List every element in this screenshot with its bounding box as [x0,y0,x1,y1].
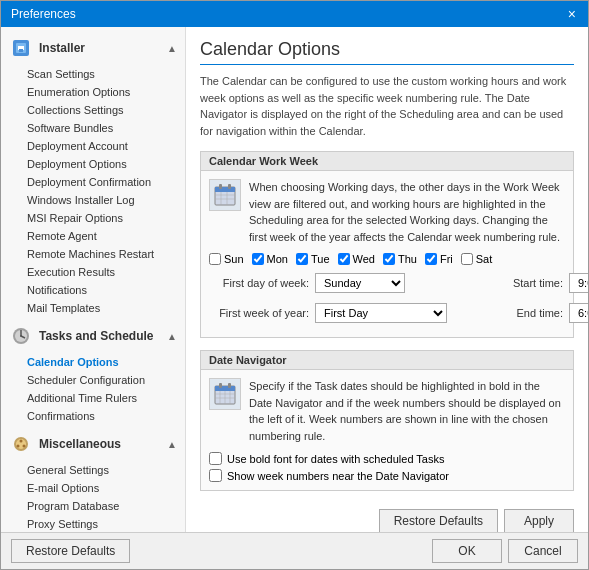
cancel-button[interactable]: Cancel [508,539,578,563]
checkbox-wed-input[interactable] [338,253,350,265]
checkbox-fri[interactable]: Fri [425,253,453,265]
checkbox-tue[interactable]: Tue [296,253,330,265]
svg-rect-20 [219,184,222,189]
date-nav-check2[interactable]: Show week numbers near the Date Navigato… [209,469,565,482]
checkbox-sat-label: Sat [476,253,493,265]
titlebar: Preferences × [1,1,588,27]
calendar-work-week-inner: When choosing Working days, the other da… [209,179,565,245]
sidebar-item-enum-options[interactable]: Enumeration Options [11,83,185,101]
sidebar-item-software-bundles[interactable]: Software Bundles [11,119,185,137]
sidebar-item-msi-repair[interactable]: MSI Repair Options [11,209,185,227]
first-day-row: First day of week: Sunday Monday Tuesday… [209,273,447,293]
sidebar-item-deployment-confirmation[interactable]: Deployment Confirmation [11,173,185,191]
date-navigator-content: Specify if the Task dates should be high… [201,370,573,490]
sidebar-item-mail-templates[interactable]: Mail Templates [11,299,185,317]
checkbox-sun-label: Sun [224,253,244,265]
sidebar-item-proxy-settings[interactable]: Proxy Settings [11,515,185,532]
restore-defaults-footer-button[interactable]: Restore Defaults [11,539,130,563]
sidebar-item-deployment-options[interactable]: Deployment Options [11,155,185,173]
first-week-label: First week of year: [209,307,309,319]
svg-rect-21 [228,184,231,189]
footer-right-buttons: OK Cancel [432,539,578,563]
first-week-select[interactable]: First Day First Full Week First Four-Day… [315,303,447,323]
start-time-label: Start time: [463,277,563,289]
date-nav-check1[interactable]: Use bold font for dates with scheduled T… [209,452,565,465]
tasks-chevron: ▲ [167,331,177,342]
svg-rect-29 [219,383,222,388]
checkbox-sun[interactable]: Sun [209,253,244,265]
sidebar-item-execution-results[interactable]: Execution Results [11,263,185,281]
checkbox-wed-label: Wed [353,253,375,265]
misc-label: Miscellaneous [39,437,121,451]
date-navigator-section: Date Navigator [200,350,574,491]
start-time-select[interactable]: 8:00 AM 8:30 AM 9:00 AM 9:30 AM 10:00 AM [569,273,588,293]
checkbox-wed[interactable]: Wed [338,253,375,265]
date-nav-check2-input[interactable] [209,469,222,482]
svg-rect-3 [19,49,23,52]
sidebar-item-general-settings[interactable]: General Settings [11,461,185,479]
sidebar-installer-header[interactable]: Installer ▲ [1,31,185,65]
sidebar-section-tasks: Tasks and Schedule ▲ Calendar Options Sc… [1,319,185,425]
calendar-work-week-section: Calendar Work Week [200,151,574,338]
checkbox-fri-input[interactable] [425,253,437,265]
checkbox-mon[interactable]: Mon [252,253,288,265]
sidebar-item-time-rulers[interactable]: Additional Time Rulers [11,389,185,407]
sidebar-item-collections[interactable]: Collections Settings [11,101,185,119]
checkbox-thu[interactable]: Thu [383,253,417,265]
svg-point-8 [20,335,22,337]
misc-chevron: ▲ [167,439,177,450]
installer-items: Scan Settings Enumeration Options Collec… [1,65,185,317]
end-time-select[interactable]: 5:00 PM 5:30 PM 6:00 PM 6:30 PM 7:00 PM [569,303,588,323]
restore-defaults-panel-button[interactable]: Restore Defaults [379,509,498,532]
sidebar: Installer ▲ Scan Settings Enumeration Op… [1,27,186,532]
sidebar-item-confirmations[interactable]: Confirmations [11,407,185,425]
sidebar-tasks-header[interactable]: Tasks and Schedule ▲ [1,319,185,353]
first-day-select[interactable]: Sunday Monday Tuesday Wednesday Thursday… [315,273,405,293]
footer-inner: Restore Defaults OK Cancel [11,539,578,563]
misc-icon [9,432,33,456]
sidebar-misc-header[interactable]: Miscellaneous ▲ [1,427,185,461]
sidebar-item-remote-agent[interactable]: Remote Agent [11,227,185,245]
checkbox-sun-input[interactable] [209,253,221,265]
sidebar-item-scan-settings[interactable]: Scan Settings [11,65,185,83]
date-navigator-icon [209,378,241,410]
svg-point-13 [23,445,26,448]
footer-bar: Restore Defaults OK Cancel [1,532,588,569]
checkbox-thu-input[interactable] [383,253,395,265]
sidebar-item-windows-installer-log[interactable]: Windows Installer Log [11,191,185,209]
form-rows-container: First day of week: Sunday Monday Tuesday… [209,273,565,329]
sidebar-item-calendar-options[interactable]: Calendar Options [11,353,185,371]
main-panel: Calendar Options The Calendar can be con… [186,27,588,532]
sidebar-item-program-db[interactable]: Program Database [11,497,185,515]
calendar-work-week-icon [209,179,241,211]
end-time-label: End time: [463,307,563,319]
sidebar-section-installer: Installer ▲ Scan Settings Enumeration Op… [1,31,185,317]
sidebar-item-scheduler-config[interactable]: Scheduler Configuration [11,371,185,389]
sidebar-item-deployment-account[interactable]: Deployment Account [11,137,185,155]
checkbox-thu-label: Thu [398,253,417,265]
apply-button[interactable]: Apply [504,509,574,532]
end-time-row: End time: 5:00 PM 5:30 PM 6:00 PM 6:30 P… [463,303,588,323]
checkbox-mon-input[interactable] [252,253,264,265]
checkbox-mon-label: Mon [267,253,288,265]
checkbox-sat-input[interactable] [461,253,473,265]
content-area: Installer ▲ Scan Settings Enumeration Op… [1,27,588,532]
tasks-items: Calendar Options Scheduler Configuration… [1,353,185,425]
checkbox-fri-label: Fri [440,253,453,265]
tasks-label: Tasks and Schedule [39,329,154,343]
sidebar-item-remote-machines[interactable]: Remote Machines Restart [11,245,185,263]
date-nav-check1-input[interactable] [209,452,222,465]
date-nav-check1-label: Use bold font for dates with scheduled T… [227,453,444,465]
checkbox-tue-label: Tue [311,253,330,265]
checkbox-sat[interactable]: Sat [461,253,493,265]
panel-description: The Calendar can be configured to use th… [200,73,574,139]
svg-point-12 [17,445,20,448]
installer-label: Installer [39,41,85,55]
close-button[interactable]: × [566,7,578,21]
ok-button[interactable]: OK [432,539,502,563]
svg-rect-15 [215,187,235,192]
sidebar-item-notifications[interactable]: Notifications [11,281,185,299]
checkbox-tue-input[interactable] [296,253,308,265]
sidebar-item-email-options[interactable]: E-mail Options [11,479,185,497]
panel-bottom-row: Restore Defaults Apply [200,503,574,532]
